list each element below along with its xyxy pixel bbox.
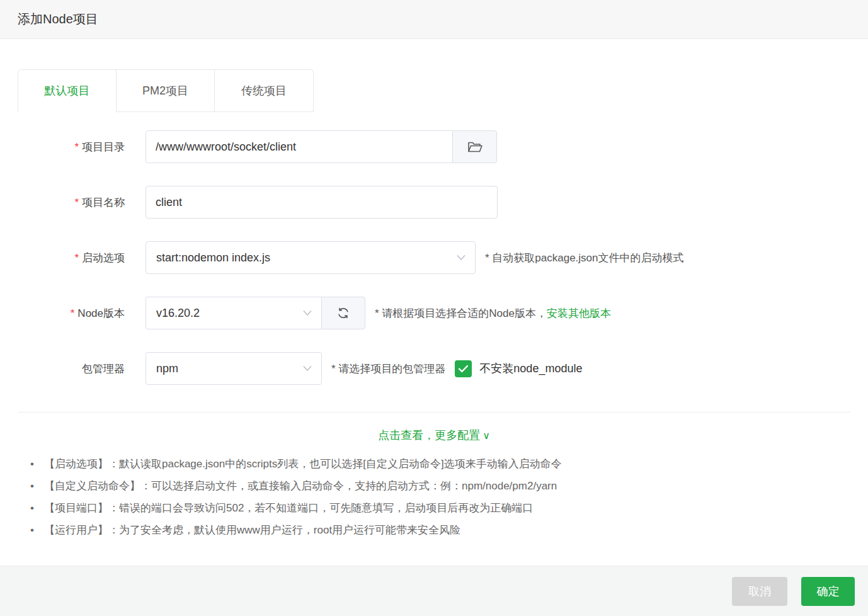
required-asterisk: * <box>71 307 75 319</box>
start-option-hint: * 自动获取package.json文件中的启动模式 <box>485 251 684 265</box>
node-version-label: *Node版本 <box>18 306 125 321</box>
tab-label: PM2项目 <box>142 83 188 98</box>
refresh-icon <box>336 306 350 320</box>
required-asterisk: * <box>74 252 79 264</box>
project-dir-input-group <box>146 130 497 163</box>
chevron-down-icon <box>456 254 466 261</box>
cancel-button[interactable]: 取消 <box>732 577 787 606</box>
confirm-button[interactable]: 确定 <box>801 577 855 606</box>
dialog-body: 默认项目 PM2项目 传统项目 *项目目录 <box>0 39 868 566</box>
chevron-down-icon: ∨ <box>483 430 490 441</box>
section-divider <box>18 412 850 413</box>
start-option-value: start:nodemon index.js <box>156 251 270 265</box>
add-project-form: *项目目录 *项目名称 <box>18 130 850 385</box>
form-row-package-manager: 包管理器 npm * 请选择项目的包管理器 不安装node_module <box>18 352 850 385</box>
package-manager-hint: * 请选择项目的包管理器 <box>331 362 445 376</box>
node-version-select[interactable]: v16.20.2 <box>146 297 322 329</box>
browse-directory-button[interactable] <box>452 130 497 163</box>
dialog-header: 添加Node项目 <box>0 0 868 39</box>
tip-item: 【启动选项】：默认读取package.json中的scripts列表，也可以选择… <box>18 453 850 475</box>
tab-traditional-project[interactable]: 传统项目 <box>215 70 313 112</box>
refresh-node-versions-button[interactable] <box>321 297 365 329</box>
project-dir-input[interactable] <box>146 130 453 163</box>
tab-bar: 默认项目 PM2项目 传统项目 <box>18 69 314 112</box>
tip-item: 【自定义启动命令】：可以选择启动文件，或直接输入启动命令，支持的启动方式：例：n… <box>18 475 850 497</box>
more-config-link[interactable]: 点击查看，更多配置∨ <box>18 428 850 443</box>
form-row-node-version: *Node版本 v16.20.2 <box>18 297 850 329</box>
node-version-value: v16.20.2 <box>156 307 200 320</box>
package-manager-value: npm <box>156 362 178 375</box>
chevron-down-icon <box>302 309 312 317</box>
tips-list: 【启动选项】：默认读取package.json中的scripts列表，也可以选择… <box>18 453 850 541</box>
start-option-label: *启动选项 <box>18 251 125 265</box>
folder-icon <box>467 140 483 153</box>
start-option-select[interactable]: start:nodemon index.js <box>146 241 476 274</box>
page-title: 添加Node项目 <box>18 11 98 28</box>
form-row-start-option: *启动选项 start:nodemon index.js * 自动获取packa… <box>18 241 850 274</box>
tip-item: 【项目端口】：错误的端口会导致访问502，若不知道端口，可先随意填写，启动项目后… <box>18 497 850 519</box>
tab-label: 传统项目 <box>241 83 287 98</box>
tab-default-project[interactable]: 默认项目 <box>18 70 117 112</box>
project-name-input[interactable] <box>146 186 498 219</box>
skip-node-module-label[interactable]: 不安装node_module <box>479 361 582 376</box>
chevron-down-icon <box>302 365 312 372</box>
tip-item: 【运行用户】：为了安全考虑，默认使用www用户运行，root用户运行可能带来安全… <box>18 519 850 541</box>
project-dir-label: *项目目录 <box>18 140 125 154</box>
node-version-group: v16.20.2 <box>146 297 365 329</box>
install-other-version-link[interactable]: 安装其他版本 <box>547 307 611 319</box>
form-row-project-dir: *项目目录 <box>18 130 850 163</box>
check-icon <box>458 365 469 373</box>
dialog-footer: 取消 确定 <box>0 566 868 616</box>
tab-pm2-project[interactable]: PM2项目 <box>117 70 215 112</box>
required-asterisk: * <box>74 141 79 153</box>
package-manager-select[interactable]: npm <box>146 352 322 385</box>
node-version-hint: * 请根据项目选择合适的Node版本，安装其他版本 <box>375 306 611 321</box>
tab-label: 默认项目 <box>45 83 90 98</box>
skip-node-module-checkbox[interactable] <box>455 360 472 377</box>
required-asterisk: * <box>74 197 79 208</box>
package-manager-label: 包管理器 <box>18 362 125 376</box>
form-row-project-name: *项目名称 <box>18 186 850 219</box>
project-name-label: *项目名称 <box>18 195 125 210</box>
